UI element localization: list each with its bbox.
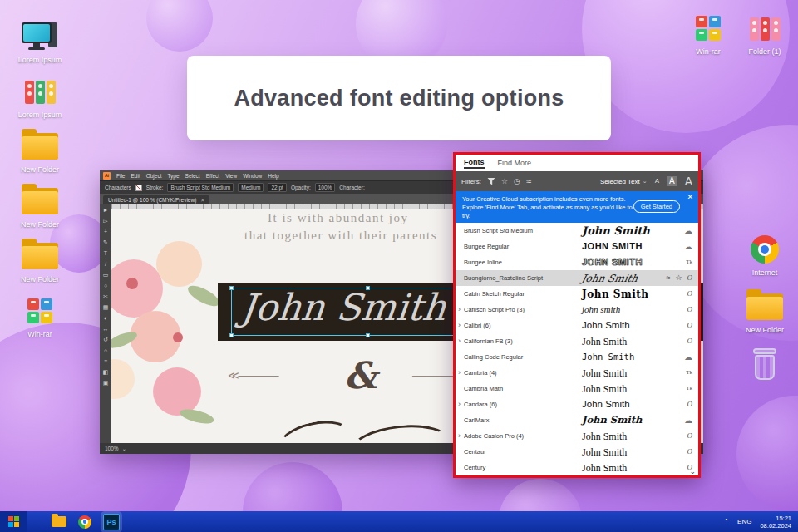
font-row[interactable]: ›Californian FB (3)John SmithO	[456, 333, 698, 349]
font-row[interactable]: ›Candara (6)John SmithO	[456, 397, 698, 412]
zoom-level[interactable]: 100%	[105, 446, 119, 451]
menu-window[interactable]: Window	[243, 173, 262, 179]
selection-handle[interactable]	[229, 333, 234, 337]
desktop-icon-new-folder[interactable]: New Folder	[13, 185, 66, 238]
font-row[interactable]: Buongiorno_Rastelino ScriptJohn Smith≈☆O	[456, 270, 698, 286]
document-tab[interactable]: Untitled-1 @ 100 % (CMYK/Preview) ✕	[103, 195, 209, 204]
font-preview: John Smith	[582, 400, 630, 410]
desktop-icon-lorem-ipsum[interactable]: Lorem Ipsum	[13, 20, 66, 73]
font-name: Adobe Caslon Pro (4)	[464, 432, 575, 440]
cloud-download-icon[interactable]: ☁	[684, 416, 692, 425]
menu-edit[interactable]: Edit	[131, 173, 140, 179]
banner-line-2: Explore 'Find More' Tab, and activate as…	[462, 204, 641, 220]
filter-funnel-icon[interactable]	[487, 178, 495, 185]
opentype-icon: O	[687, 448, 693, 456]
cloud-download-icon[interactable]: ☁	[684, 227, 692, 235]
menu-select[interactable]: Select	[185, 173, 200, 179]
desktop-icon-new-folder[interactable]: New Folder	[13, 130, 66, 183]
close-icon[interactable]: ✕	[200, 197, 204, 203]
font-row[interactable]: ›Cambria (4)John SmithTk	[456, 365, 698, 381]
get-started-button[interactable]: Get Started	[633, 200, 680, 213]
font-family-field[interactable]: Brush Script Std Medium	[167, 183, 234, 192]
desktop-icon-lorem-ipsum[interactable]: Lorem Ipsum	[13, 75, 66, 128]
close-icon[interactable]: ✕	[687, 193, 693, 201]
expand-chevron-icon[interactable]: ›	[456, 432, 464, 440]
activate-font-icon[interactable]: ≈	[666, 274, 670, 282]
bubble	[736, 396, 798, 512]
opacity-field[interactable]: 100%	[315, 183, 336, 192]
font-row[interactable]: Cambria MathJohn SmithTk	[456, 381, 698, 397]
expand-chevron-icon[interactable]: ›	[456, 306, 464, 313]
fill-swatch[interactable]	[135, 185, 142, 191]
sample-size-large-button[interactable]: A	[685, 175, 692, 187]
menu-file[interactable]: File	[116, 173, 125, 179]
selection-handle[interactable]	[229, 286, 234, 290]
typekit-icon: Tk	[686, 370, 692, 376]
menu-help[interactable]: Help	[268, 173, 278, 179]
font-row[interactable]: Calling Code RegularJohn Smith☁	[456, 349, 698, 365]
expand-chevron-icon[interactable]: ›	[456, 369, 464, 377]
font-name: Caflisch Script Pro (3)	[464, 306, 575, 313]
selection-handle[interactable]	[366, 333, 370, 337]
font-row[interactable]: Bungee RegularJOHN SMITH☁	[456, 239, 698, 254]
desktop-icon-win-rar[interactable]: Win-rar	[13, 294, 66, 347]
tab-fonts[interactable]: Fonts	[464, 158, 485, 169]
sample-size-small-button[interactable]: A	[655, 178, 659, 185]
cloud-download-icon[interactable]: ☁	[684, 243, 692, 251]
tools-palette[interactable]: ►▻+✎T/▭○✂▦◐↔↺⌂≡◧▣	[100, 204, 111, 443]
page-title: Advanced font editing options	[234, 86, 564, 111]
font-row[interactable]: Brush Script Std MediumJohn Smith☁	[456, 223, 698, 239]
font-size-field[interactable]: 22 pt	[268, 183, 286, 192]
selected-text-dropdown[interactable]: Selected Text ⌄	[600, 178, 648, 185]
menu-type[interactable]: Type	[167, 173, 179, 179]
binders-icon	[25, 75, 56, 108]
font-row[interactable]: ›Caflisch Script Pro (3)john smithO	[456, 302, 698, 318]
computer-icon	[20, 20, 60, 53]
time-text: 15:21	[760, 515, 791, 522]
scroll-down-icon[interactable]: ⌄	[689, 467, 696, 475]
sample-size-medium-button[interactable]: A	[667, 176, 677, 186]
desktop-icon-new-folder[interactable]: New Folder	[738, 290, 791, 343]
desktop: Lorem IpsumLorem IpsumNew FolderNew Fold…	[0, 0, 798, 532]
font-row[interactable]: CentaurJohn SmithO	[456, 444, 698, 460]
opentype-icon: O	[687, 401, 693, 408]
desktop-icon-label: New Folder	[21, 275, 59, 283]
cloud-download-icon[interactable]: ☁	[684, 353, 692, 362]
selection-handle[interactable]	[366, 286, 370, 290]
start-button[interactable]	[0, 511, 27, 532]
tab-find-more[interactable]: Find More	[498, 159, 532, 167]
expand-chevron-icon[interactable]: ›	[456, 322, 464, 329]
font-row[interactable]: ›Adobe Caslon Pro (4)John SmithO	[456, 428, 698, 444]
font-row[interactable]: CenturyJohn SmithO	[456, 460, 698, 475]
taskbar-photoshop-icon[interactable]: Ps	[103, 514, 120, 530]
font-row[interactable]: Bungee InlineJOHN SMITHTk	[456, 254, 698, 270]
hidden-icons-chevron[interactable]: ⌃	[723, 518, 729, 525]
desktop-icon-win-rar[interactable]: Win-rar	[682, 12, 735, 65]
clock[interactable]: 15:21 08.02.2024	[760, 515, 791, 530]
font-name: Cambria (4)	[464, 369, 575, 377]
menu-view[interactable]: View	[225, 173, 237, 179]
desktop-icon-recycle-bin[interactable]	[738, 347, 791, 401]
recent-filter-icon[interactable]: ◷	[514, 178, 520, 185]
desktop-icon-internet[interactable]: Internet	[738, 233, 791, 286]
opentype-icon: O	[687, 432, 693, 440]
desktop-icon-folder-1[interactable]: Folder (1)	[738, 12, 791, 65]
desktop-icon-new-folder[interactable]: New Folder	[13, 239, 66, 293]
favorites-filter-icon[interactable]: ☆	[501, 178, 508, 185]
menu-object[interactable]: Object	[146, 173, 162, 179]
menu-effect[interactable]: Effect	[206, 173, 220, 179]
taskbar-folder-icon[interactable]	[52, 516, 66, 527]
language-indicator[interactable]: ENG	[737, 518, 751, 525]
font-row[interactable]: ›Calibri (6)John SmithO	[456, 318, 698, 333]
font-style-field[interactable]: Medium	[238, 183, 264, 192]
expand-chevron-icon[interactable]: ›	[456, 401, 464, 408]
expand-chevron-icon[interactable]: ›	[456, 337, 464, 345]
activated-fonts-filter-icon[interactable]: ≈	[526, 177, 531, 186]
bubble	[146, 0, 213, 52]
font-row[interactable]: CarlMarxJohn Smith☁	[456, 412, 698, 428]
font-name: Brush Script Std Medium	[464, 227, 575, 234]
filter-bar: Filters: ☆ ◷ ≈ Selected Text ⌄ A A A	[456, 171, 698, 191]
font-row[interactable]: Cabin Sketch RegularJohn SmithO	[456, 286, 698, 302]
taskbar-chrome-icon[interactable]	[78, 515, 91, 529]
favorite-star-icon[interactable]: ☆	[675, 274, 682, 282]
